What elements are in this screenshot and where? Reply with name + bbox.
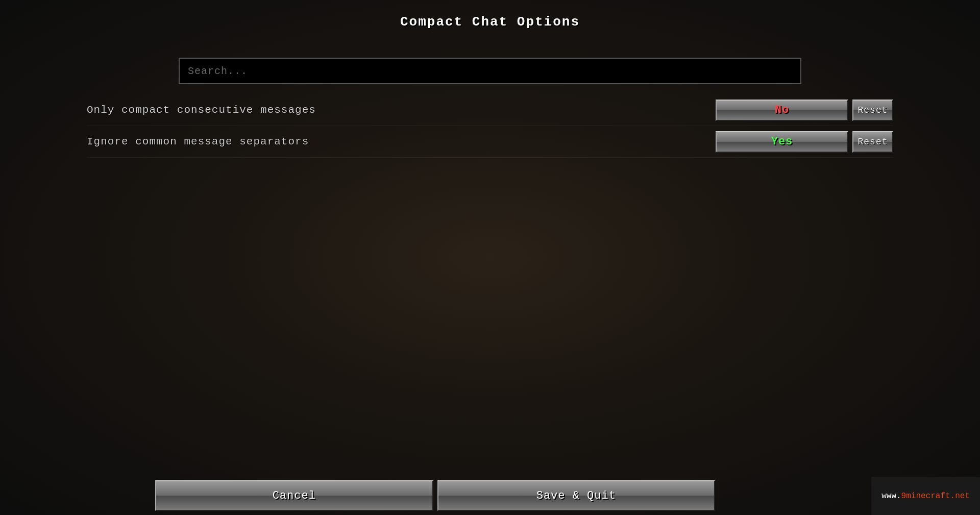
option-controls-compact-consecutive: No Reset: [716, 100, 893, 121]
search-container: [179, 58, 801, 84]
option-row-compact-consecutive: Only compact consecutive messages No Res…: [87, 94, 893, 126]
cancel-button[interactable]: Cancel: [155, 480, 433, 511]
watermark-text: www.9minecraft.net: [881, 492, 970, 501]
toggle-button-ignore-separators[interactable]: Yes: [716, 131, 848, 153]
reset-button-ignore-separators[interactable]: Reset: [852, 131, 893, 153]
watermark-9mine: 9minecraft.net: [901, 492, 970, 501]
option-label-ignore-separators: Ignore common message separators: [87, 136, 309, 148]
toggle-button-compact-consecutive[interactable]: No: [716, 100, 848, 121]
option-label-compact-consecutive: Only compact consecutive messages: [87, 104, 316, 116]
page-title: Compact Chat Options: [400, 14, 580, 30]
reset-button-compact-consecutive[interactable]: Reset: [852, 100, 893, 121]
search-input[interactable]: [179, 58, 801, 84]
page-wrapper: Compact Chat Options Only compact consec…: [0, 0, 980, 515]
option-row-ignore-separators: Ignore common message separators Yes Res…: [87, 126, 893, 158]
bottom-bar: Cancel Save & Quit www.9minecraft.net: [0, 477, 980, 515]
watermark: www.9minecraft.net: [871, 477, 980, 515]
option-controls-ignore-separators: Yes Reset: [716, 131, 893, 153]
options-container: Only compact consecutive messages No Res…: [36, 94, 944, 158]
watermark-www: www.: [881, 492, 901, 501]
save-quit-button[interactable]: Save & Quit: [437, 480, 716, 511]
bottom-buttons: Cancel Save & Quit: [153, 477, 717, 515]
